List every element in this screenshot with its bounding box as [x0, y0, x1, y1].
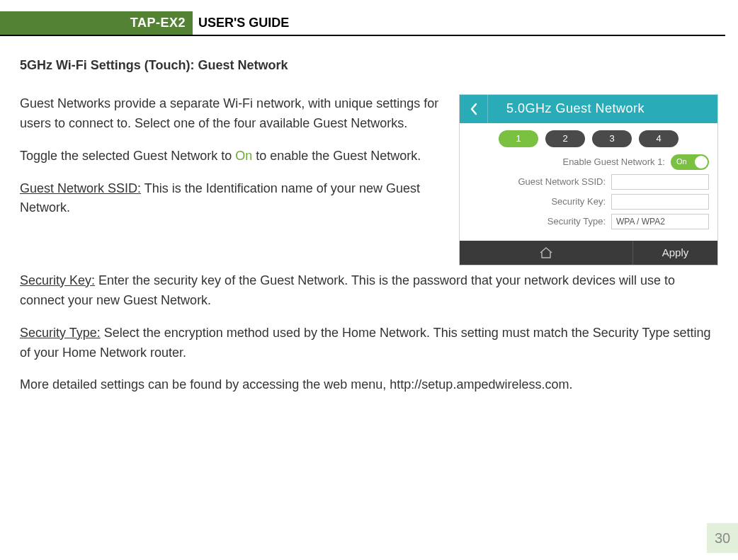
type-desc: Select the encryption method used by the…: [20, 326, 711, 360]
type-row: Security Type:: [468, 214, 709, 229]
key-paragraph: Security Key: Enter the security key of …: [20, 271, 718, 311]
header-bar: TAP-EX2 USER'S GUIDE: [0, 11, 725, 36]
guest-tabs: 1 2 3 4: [468, 130, 709, 147]
apply-button[interactable]: Apply: [632, 241, 717, 265]
guest-tab-4[interactable]: 4: [639, 130, 679, 147]
product-badge: TAP-EX2: [0, 11, 193, 35]
type-term: Security Type:: [20, 326, 101, 340]
touch-title: 5.0GHz Guest Network: [488, 99, 717, 119]
toggle-para-a: Toggle the selected Guest Network to: [20, 149, 235, 163]
home-button[interactable]: [460, 241, 632, 265]
ssid-row: Guest Network SSID:: [468, 174, 709, 190]
toggle-para-b: to enable the Guest Network.: [252, 149, 421, 163]
touch-footer: Apply: [460, 241, 717, 265]
touch-body: 1 2 3 4 Enable Guest Network 1: On Guest…: [460, 123, 717, 241]
ssid-term: Guest Network SSID:: [20, 181, 141, 195]
guest-tab-2[interactable]: 2: [545, 130, 585, 147]
key-desc: Enter the security key of the Guest Netw…: [20, 273, 675, 307]
toggle-text: On: [676, 156, 687, 168]
enable-toggle[interactable]: On: [671, 154, 709, 170]
enable-row: Enable Guest Network 1: On: [468, 154, 709, 170]
touch-screenshot: 5.0GHz Guest Network 1 2 3 4 Enable Gues…: [459, 94, 718, 265]
type-select[interactable]: [611, 214, 709, 229]
key-term: Security Key:: [20, 273, 95, 287]
ssid-input[interactable]: [611, 174, 709, 190]
page-number: 30: [707, 523, 738, 553]
section-heading: 5GHz Wi-Fi Settings (Touch): Guest Netwo…: [20, 56, 718, 76]
more-paragraph: More detailed settings can be found by a…: [20, 375, 718, 395]
type-label: Security Type:: [547, 215, 606, 229]
enable-label: Enable Guest Network 1:: [562, 155, 665, 169]
doc-title: USER'S GUIDE: [193, 11, 289, 35]
touch-header: 5.0GHz Guest Network: [460, 95, 717, 123]
type-paragraph: Security Type: Select the encryption met…: [20, 324, 718, 363]
ssid-label: Guest Network SSID:: [518, 175, 606, 189]
back-button[interactable]: [460, 95, 488, 123]
key-row: Security Key:: [468, 194, 709, 210]
on-text: On: [235, 149, 252, 163]
guest-tab-3[interactable]: 3: [592, 130, 632, 147]
chevron-left-icon: [469, 103, 479, 115]
key-input[interactable]: [611, 194, 709, 210]
home-icon: [539, 246, 553, 259]
guest-tab-1[interactable]: 1: [499, 130, 538, 147]
page-content: 5GHz Wi-Fi Settings (Touch): Guest Netwo…: [0, 36, 738, 395]
key-label: Security Key:: [551, 195, 606, 209]
